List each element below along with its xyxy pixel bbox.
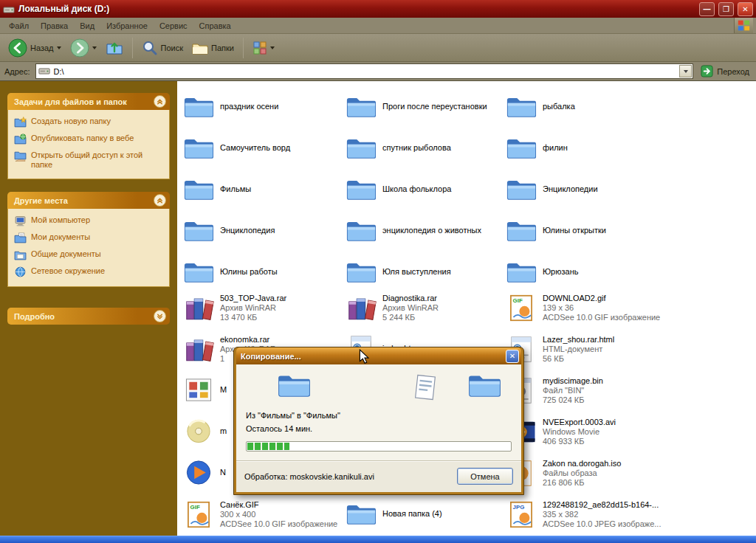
close-button[interactable]: ✕ bbox=[738, 2, 753, 16]
address-dropdown-button[interactable] bbox=[679, 65, 692, 77]
file-item[interactable]: GIFDOWNLOAD2.gif139 x 36ACDSee 10.0 GIF … bbox=[506, 294, 727, 322]
file-detail: 139 x 36 bbox=[543, 303, 660, 313]
share-folder-icon bbox=[14, 151, 27, 162]
chevron-up-icon[interactable] bbox=[154, 95, 166, 108]
sidebar-link[interactable]: Мои документы bbox=[14, 232, 163, 243]
taskbar-strip[interactable] bbox=[0, 536, 756, 543]
chevron-up-icon[interactable] bbox=[154, 194, 166, 207]
file-name: 1292488192_ae82dd15-b164-... bbox=[543, 500, 661, 510]
file-name: филин bbox=[543, 143, 568, 153]
windows-logo bbox=[734, 18, 753, 33]
go-button[interactable]: Переход bbox=[698, 63, 752, 79]
toolbar-separator bbox=[243, 38, 244, 58]
network-icon bbox=[14, 266, 27, 277]
file-name: Юлины работы bbox=[220, 267, 278, 277]
address-bar: Адрес: D:\ Переход bbox=[0, 62, 756, 81]
file-name: Энциклопедии bbox=[543, 184, 598, 194]
folder-item[interactable]: Энциклопедии bbox=[506, 176, 727, 203]
folder-icon bbox=[183, 134, 214, 162]
disc-icon bbox=[183, 418, 214, 445]
sidebar-link[interactable]: Общие документы bbox=[14, 249, 163, 260]
file-name: Юля выступления bbox=[382, 267, 451, 277]
file-name: Юрюзань bbox=[543, 267, 578, 277]
file-name: Энциклопедия bbox=[220, 226, 275, 235]
file-detail: 406 933 КБ bbox=[543, 437, 616, 446]
address-input[interactable]: D:\ bbox=[35, 63, 694, 79]
app-icon bbox=[183, 376, 214, 404]
file-name: рыбалка bbox=[543, 102, 575, 111]
my-documents-icon bbox=[14, 232, 27, 243]
menu-item[interactable]: Справка bbox=[193, 19, 237, 32]
file-detail: 13 470 КБ bbox=[220, 313, 286, 322]
maximize-button[interactable]: ❐ bbox=[718, 2, 734, 16]
chevron-down-icon bbox=[684, 70, 688, 73]
sidebar-link-label: Мой компьютер bbox=[31, 215, 90, 225]
file-name: m bbox=[220, 426, 227, 436]
file-detail: 725 024 КБ bbox=[543, 395, 603, 405]
up-folder-icon bbox=[106, 39, 123, 57]
file-name: Zakon na.dorogah.iso bbox=[543, 459, 621, 468]
source-folder-icon bbox=[277, 370, 311, 400]
file-item[interactable]: mydiscimage.binФайл "BIN"725 024 КБ bbox=[506, 376, 727, 405]
sidebar-link[interactable]: Мой компьютер bbox=[14, 215, 163, 226]
copy-animation bbox=[244, 369, 513, 407]
views-button[interactable] bbox=[249, 38, 278, 58]
up-button[interactable] bbox=[102, 37, 127, 59]
file-tasks-header[interactable]: Задачи для файлов и папок bbox=[7, 93, 170, 110]
file-name: Санёк.GIF bbox=[220, 500, 337, 510]
copy-dialog-titlebar[interactable]: Копирование... ✕ bbox=[236, 347, 521, 364]
file-detail: HTML-документ bbox=[543, 345, 614, 354]
folders-button[interactable]: Папки bbox=[188, 38, 238, 58]
explorer-window: Локальный диск (D:) — ❐ ✕ ФайлПравкаВидИ… bbox=[0, 0, 756, 543]
folder-item[interactable]: филин bbox=[506, 134, 727, 162]
menu-item[interactable]: Сервис bbox=[154, 19, 193, 32]
copy-progress-fill bbox=[247, 443, 289, 450]
file-item[interactable]: JPG1292488192_ae82dd15-b164-...335 x 382… bbox=[506, 500, 727, 529]
title-bar: Локальный диск (D:) — ❐ ✕ bbox=[0, 0, 756, 18]
file-detail: ACDSee 10.0 GIF изображение bbox=[220, 519, 337, 529]
folder-icon bbox=[506, 217, 537, 244]
menu-item[interactable]: Вид bbox=[74, 19, 100, 32]
sidebar-link[interactable]: Открыть общий доступ к этой папке bbox=[14, 151, 163, 170]
menu-item[interactable]: Файл bbox=[3, 19, 35, 32]
publish-folder-icon bbox=[14, 134, 27, 145]
go-icon bbox=[701, 65, 713, 77]
close-icon[interactable]: ✕ bbox=[506, 350, 519, 363]
back-icon bbox=[8, 38, 27, 58]
file-name: mydiscimage.bin bbox=[543, 376, 603, 386]
sidebar-link[interactable]: Создать новую папку bbox=[14, 117, 163, 128]
chevron-down-icon[interactable] bbox=[154, 310, 166, 322]
chevron-down-icon bbox=[270, 46, 275, 49]
chevron-down-icon bbox=[92, 46, 97, 49]
file-detail: Архив WinRAR bbox=[382, 303, 439, 313]
gif-icon: GIF bbox=[506, 294, 537, 322]
file-item[interactable]: NVEExport.0003.aviWindows Movie406 933 К… bbox=[506, 418, 727, 446]
folder-item[interactable]: рыбалка bbox=[506, 93, 727, 120]
sidebar-link[interactable]: Опубликовать папку в вебе bbox=[14, 134, 163, 145]
folder-icon bbox=[183, 217, 214, 244]
destination-folder-icon bbox=[467, 370, 501, 400]
forward-button[interactable] bbox=[66, 36, 100, 60]
menu-item[interactable]: Правка bbox=[35, 19, 74, 32]
folder-item[interactable]: Юлины открытки bbox=[506, 217, 727, 244]
file-name: спутник рыболова bbox=[382, 143, 451, 153]
file-name: N bbox=[220, 468, 226, 477]
search-button[interactable]: Поиск bbox=[138, 38, 187, 58]
flying-paper-icon bbox=[414, 374, 436, 401]
minimize-button[interactable]: — bbox=[699, 2, 715, 16]
address-value: D:\ bbox=[54, 67, 64, 76]
folder-icon bbox=[506, 93, 537, 120]
details-header[interactable]: Подробно bbox=[7, 308, 170, 325]
cancel-button[interactable]: Отмена bbox=[457, 468, 513, 485]
folder-item[interactable]: Юрюзань bbox=[506, 258, 727, 286]
back-button[interactable]: Назад bbox=[4, 36, 65, 60]
file-detail: 335 x 382 bbox=[543, 510, 661, 519]
menu-item[interactable]: Избранное bbox=[100, 19, 154, 32]
sidebar-link[interactable]: Сетевое окружение bbox=[14, 266, 163, 277]
svg-text:GIF: GIF bbox=[513, 297, 523, 304]
other-places-header[interactable]: Другие места bbox=[7, 192, 170, 209]
file-item[interactable]: Zakon na.dorogah.isoФайлы образа216 806 … bbox=[506, 459, 727, 488]
file-name: Юлины открытки bbox=[543, 226, 606, 235]
file-name: M bbox=[220, 385, 227, 395]
file-item[interactable]: Lazer_shou.rar.htmlHTML-документ56 КБ bbox=[506, 335, 727, 364]
